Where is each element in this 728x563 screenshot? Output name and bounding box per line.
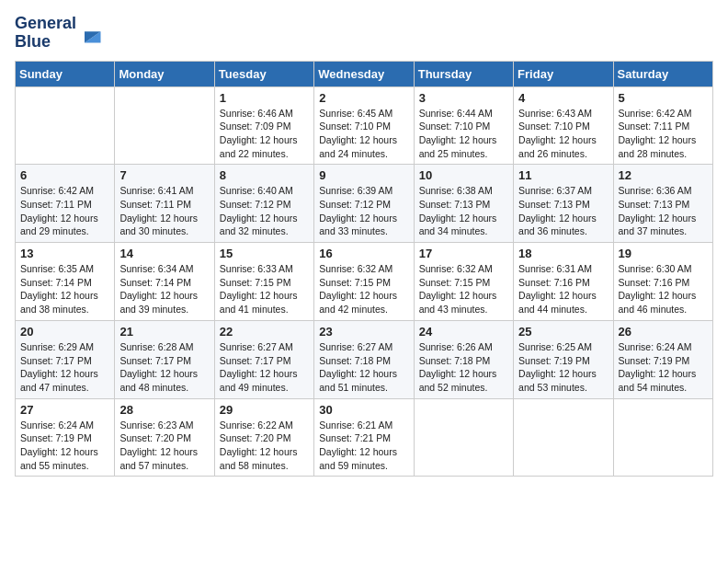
day-number: 18 xyxy=(518,247,608,260)
calendar-cell xyxy=(16,86,115,165)
day-number: 16 xyxy=(319,247,408,260)
day-info: Sunrise: 6:39 AMSunset: 7:12 PMDaylight:… xyxy=(319,184,408,238)
day-number: 26 xyxy=(619,325,708,339)
day-number: 22 xyxy=(220,325,309,339)
day-info: Sunrise: 6:31 AMSunset: 7:16 PMDaylight:… xyxy=(518,262,608,316)
weekday-header: Tuesday xyxy=(214,61,313,86)
calendar-cell: 23Sunrise: 6:27 AMSunset: 7:18 PMDayligh… xyxy=(314,320,414,398)
day-info: Sunrise: 6:30 AMSunset: 7:16 PMDaylight:… xyxy=(619,262,708,316)
day-number: 13 xyxy=(20,247,109,260)
calendar-cell: 25Sunrise: 6:25 AMSunset: 7:19 PMDayligh… xyxy=(514,320,613,398)
day-number: 23 xyxy=(319,325,408,339)
calendar-cell: 29Sunrise: 6:22 AMSunset: 7:20 PMDayligh… xyxy=(214,398,313,477)
day-info: Sunrise: 6:45 AMSunset: 7:10 PMDaylight:… xyxy=(319,107,408,161)
day-info: Sunrise: 6:43 AMSunset: 7:10 PMDaylight:… xyxy=(518,107,608,161)
day-number: 7 xyxy=(119,168,209,182)
day-number: 28 xyxy=(119,403,209,417)
day-info: Sunrise: 6:32 AMSunset: 7:15 PMDaylight:… xyxy=(419,262,508,316)
day-info: Sunrise: 6:24 AMSunset: 7:19 PMDaylight:… xyxy=(20,419,109,473)
day-info: Sunrise: 6:38 AMSunset: 7:13 PMDaylight:… xyxy=(419,184,508,238)
calendar-week-row: 1Sunrise: 6:46 AMSunset: 7:09 PMDaylight… xyxy=(16,86,713,165)
calendar-cell: 20Sunrise: 6:29 AMSunset: 7:17 PMDayligh… xyxy=(16,320,115,398)
calendar-cell: 8Sunrise: 6:40 AMSunset: 7:12 PMDaylight… xyxy=(214,165,313,243)
weekday-header: Friday xyxy=(514,61,613,86)
calendar-cell: 26Sunrise: 6:24 AMSunset: 7:19 PMDayligh… xyxy=(613,320,712,398)
day-info: Sunrise: 6:27 AMSunset: 7:18 PMDaylight:… xyxy=(319,340,408,395)
calendar-cell xyxy=(115,86,214,165)
day-number: 4 xyxy=(518,91,608,105)
calendar-week-row: 6Sunrise: 6:42 AMSunset: 7:11 PMDaylight… xyxy=(16,165,713,243)
logo-text: General Blue xyxy=(15,15,76,52)
day-info: Sunrise: 6:21 AMSunset: 7:21 PMDaylight:… xyxy=(319,419,408,473)
day-info: Sunrise: 6:32 AMSunset: 7:15 PMDaylight:… xyxy=(319,262,408,316)
calendar-table: SundayMondayTuesdayWednesdayThursdayFrid… xyxy=(15,61,713,477)
calendar-cell: 22Sunrise: 6:27 AMSunset: 7:17 PMDayligh… xyxy=(214,320,313,398)
day-number: 20 xyxy=(20,325,109,339)
day-number: 25 xyxy=(518,325,608,339)
day-number: 11 xyxy=(518,168,608,182)
calendar-week-row: 13Sunrise: 6:35 AMSunset: 7:14 PMDayligh… xyxy=(16,243,713,321)
day-number: 1 xyxy=(220,91,309,105)
calendar-cell: 6Sunrise: 6:42 AMSunset: 7:11 PMDaylight… xyxy=(16,165,115,243)
day-info: Sunrise: 6:35 AMSunset: 7:14 PMDaylight:… xyxy=(20,262,109,316)
calendar-cell: 7Sunrise: 6:41 AMSunset: 7:11 PMDaylight… xyxy=(115,165,214,243)
day-number: 27 xyxy=(20,403,109,417)
calendar-cell: 10Sunrise: 6:38 AMSunset: 7:13 PMDayligh… xyxy=(414,165,513,243)
calendar-cell: 21Sunrise: 6:28 AMSunset: 7:17 PMDayligh… xyxy=(115,320,214,398)
calendar-cell: 27Sunrise: 6:24 AMSunset: 7:19 PMDayligh… xyxy=(16,398,115,477)
calendar-cell: 4Sunrise: 6:43 AMSunset: 7:10 PMDaylight… xyxy=(514,86,613,165)
day-info: Sunrise: 6:26 AMSunset: 7:18 PMDaylight:… xyxy=(419,340,508,395)
calendar-cell: 15Sunrise: 6:33 AMSunset: 7:15 PMDayligh… xyxy=(214,243,313,321)
calendar-cell xyxy=(414,398,513,477)
calendar-week-row: 20Sunrise: 6:29 AMSunset: 7:17 PMDayligh… xyxy=(16,320,713,398)
day-info: Sunrise: 6:29 AMSunset: 7:17 PMDaylight:… xyxy=(20,340,109,395)
weekday-header: Saturday xyxy=(613,61,712,86)
day-info: Sunrise: 6:28 AMSunset: 7:17 PMDaylight:… xyxy=(119,340,209,395)
weekday-header: Wednesday xyxy=(314,61,414,86)
calendar-cell: 24Sunrise: 6:26 AMSunset: 7:18 PMDayligh… xyxy=(414,320,513,398)
day-info: Sunrise: 6:41 AMSunset: 7:11 PMDaylight:… xyxy=(119,184,209,238)
calendar-cell: 5Sunrise: 6:42 AMSunset: 7:11 PMDaylight… xyxy=(613,86,712,165)
day-number: 8 xyxy=(220,168,309,182)
calendar-cell: 1Sunrise: 6:46 AMSunset: 7:09 PMDaylight… xyxy=(214,86,313,165)
day-info: Sunrise: 6:42 AMSunset: 7:11 PMDaylight:… xyxy=(20,184,109,238)
calendar-cell: 3Sunrise: 6:44 AMSunset: 7:10 PMDaylight… xyxy=(414,86,513,165)
calendar-cell xyxy=(514,398,613,477)
calendar-cell: 12Sunrise: 6:36 AMSunset: 7:13 PMDayligh… xyxy=(613,165,712,243)
day-number: 30 xyxy=(319,403,408,417)
day-info: Sunrise: 6:37 AMSunset: 7:13 PMDaylight:… xyxy=(518,184,608,238)
calendar-cell: 9Sunrise: 6:39 AMSunset: 7:12 PMDaylight… xyxy=(314,165,414,243)
calendar-cell: 30Sunrise: 6:21 AMSunset: 7:21 PMDayligh… xyxy=(314,398,414,477)
day-number: 15 xyxy=(220,247,309,260)
logo: General Blue xyxy=(15,15,104,52)
day-number: 3 xyxy=(419,91,508,105)
calendar-cell: 13Sunrise: 6:35 AMSunset: 7:14 PMDayligh… xyxy=(16,243,115,321)
calendar-cell: 19Sunrise: 6:30 AMSunset: 7:16 PMDayligh… xyxy=(613,243,712,321)
day-info: Sunrise: 6:40 AMSunset: 7:12 PMDaylight:… xyxy=(220,184,309,238)
day-info: Sunrise: 6:44 AMSunset: 7:10 PMDaylight:… xyxy=(419,107,508,161)
day-number: 10 xyxy=(419,168,508,182)
day-number: 9 xyxy=(319,168,408,182)
day-info: Sunrise: 6:23 AMSunset: 7:20 PMDaylight:… xyxy=(119,419,209,473)
day-number: 12 xyxy=(619,168,708,182)
calendar-cell: 18Sunrise: 6:31 AMSunset: 7:16 PMDayligh… xyxy=(514,243,613,321)
day-info: Sunrise: 6:27 AMSunset: 7:17 PMDaylight:… xyxy=(220,340,309,395)
day-info: Sunrise: 6:33 AMSunset: 7:15 PMDaylight:… xyxy=(220,262,309,316)
weekday-header-row: SundayMondayTuesdayWednesdayThursdayFrid… xyxy=(16,61,713,86)
calendar-cell: 28Sunrise: 6:23 AMSunset: 7:20 PMDayligh… xyxy=(115,398,214,477)
weekday-header: Monday xyxy=(115,61,214,86)
calendar-cell: 2Sunrise: 6:45 AMSunset: 7:10 PMDaylight… xyxy=(314,86,414,165)
day-number: 2 xyxy=(319,91,408,105)
day-info: Sunrise: 6:46 AMSunset: 7:09 PMDaylight:… xyxy=(220,107,309,161)
day-number: 17 xyxy=(419,247,508,260)
calendar-cell: 11Sunrise: 6:37 AMSunset: 7:13 PMDayligh… xyxy=(514,165,613,243)
day-number: 29 xyxy=(220,403,309,417)
day-number: 14 xyxy=(119,247,209,260)
day-info: Sunrise: 6:36 AMSunset: 7:13 PMDaylight:… xyxy=(619,184,708,238)
page-header: General Blue xyxy=(15,15,713,52)
calendar-cell: 17Sunrise: 6:32 AMSunset: 7:15 PMDayligh… xyxy=(414,243,513,321)
day-info: Sunrise: 6:25 AMSunset: 7:19 PMDaylight:… xyxy=(518,340,608,395)
day-number: 19 xyxy=(619,247,708,260)
weekday-header: Sunday xyxy=(16,61,115,86)
day-number: 21 xyxy=(119,325,209,339)
